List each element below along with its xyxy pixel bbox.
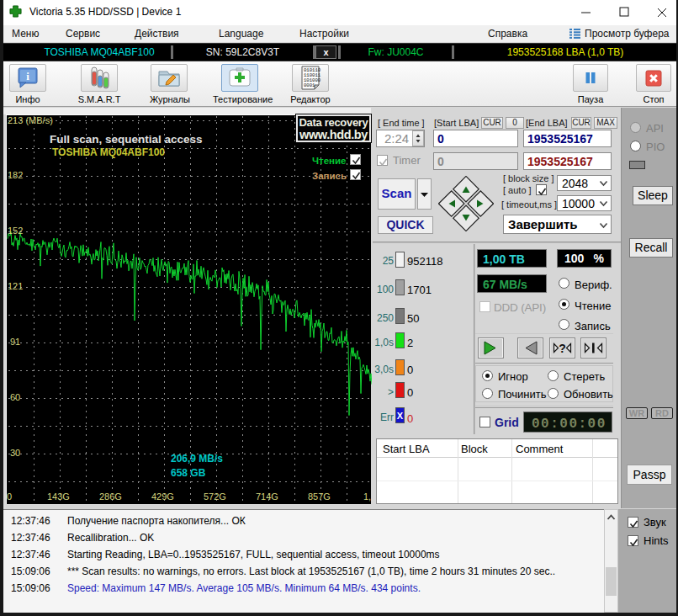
svg-text:i: i bbox=[26, 70, 29, 82]
svg-text:00:00:00: 00:00:00 bbox=[532, 417, 606, 432]
svg-text:?: ? bbox=[559, 342, 566, 355]
svg-text:0001: 0001 bbox=[304, 82, 315, 88]
